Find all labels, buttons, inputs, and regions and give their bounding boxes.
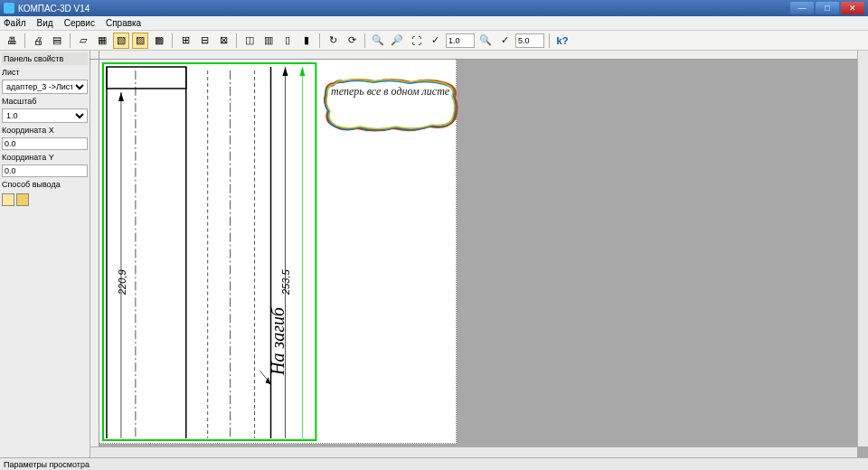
- output-label: Способ вывода: [2, 179, 88, 190]
- rotate-icon-2[interactable]: ⟳: [344, 33, 360, 49]
- scale-select[interactable]: 1.0: [2, 108, 88, 123]
- titlebar: КОМПАС-3D V14 — □ ✕: [0, 0, 868, 16]
- grid-icon-3[interactable]: ⊠: [215, 33, 231, 49]
- printer-icon[interactable]: 🖨: [30, 33, 46, 49]
- zoom-input-1[interactable]: [446, 33, 475, 48]
- zoom-out-icon[interactable]: 🔎: [389, 33, 405, 49]
- close-button[interactable]: ✕: [841, 2, 864, 14]
- layout-icon-1[interactable]: ◫: [241, 33, 258, 49]
- bottom-tabs: Параметры просмотра: [0, 457, 868, 470]
- properties-panel: Панель свойств Лист адаптер_3 ->Лист 1 М…: [0, 51, 90, 457]
- canvas-area: 220,9 253,5 На загиб теперь все в одном …: [90, 51, 868, 457]
- zoom-input-2[interactable]: [515, 33, 544, 48]
- grid-icon-1[interactable]: ⊞: [177, 33, 193, 49]
- svg-rect-0: [103, 63, 316, 440]
- horizontal-scrollbar[interactable]: [90, 446, 857, 457]
- coordy-label: Координата Y: [2, 152, 88, 163]
- layout-icon-3[interactable]: ▯: [279, 33, 296, 49]
- menu-service[interactable]: Сервис: [64, 18, 95, 28]
- drawing-sheet[interactable]: 220,9 253,5 На загиб теперь все в одном …: [99, 60, 457, 444]
- coordy-input[interactable]: [2, 164, 88, 177]
- ruler-horizontal: [99, 51, 857, 60]
- menu-file[interactable]: Файл: [4, 18, 26, 28]
- drawing-label: На загиб: [268, 307, 288, 375]
- zoom-icon-2[interactable]: 🔍: [477, 33, 494, 49]
- grid-icon-2[interactable]: ⊟: [196, 33, 212, 49]
- menu-view[interactable]: Вид: [37, 18, 53, 28]
- tool-icon-4[interactable]: ▨: [132, 33, 148, 49]
- svg-rect-1: [107, 67, 186, 89]
- rotate-icon-1[interactable]: ↻: [325, 33, 341, 49]
- sheet-label: Лист: [2, 67, 88, 78]
- zoom-in-icon[interactable]: 🔍: [370, 33, 386, 49]
- output-mode-icon-2[interactable]: [16, 193, 29, 206]
- svg-marker-14: [299, 67, 305, 76]
- tool-icon-2[interactable]: ▦: [94, 33, 110, 49]
- tool-icon-3[interactable]: ▧: [113, 33, 129, 49]
- output-mode-icon-1[interactable]: [2, 193, 14, 206]
- coordx-label: Координата X: [2, 125, 88, 136]
- zoom-fit-icon[interactable]: ⛶: [408, 33, 424, 49]
- zoom-check-icon-2[interactable]: ✓: [496, 33, 513, 49]
- ruler-vertical: [90, 60, 99, 446]
- svg-marker-10: [118, 92, 124, 101]
- tab-view-params[interactable]: Параметры просмотра: [4, 460, 90, 469]
- panel-title: Панель свойств: [2, 52, 88, 65]
- menubar: Файл Вид Сервис Справка: [0, 16, 868, 31]
- svg-marker-12: [282, 67, 288, 76]
- layout-icon-2[interactable]: ▥: [260, 33, 277, 49]
- help-icon[interactable]: k?: [554, 33, 571, 49]
- vertical-scrollbar[interactable]: [857, 51, 868, 446]
- app-title: КОМПАС-3D V14: [18, 4, 790, 14]
- annotation-text: теперь все в одном листе: [331, 85, 449, 98]
- layout-icon-4[interactable]: ▮: [298, 33, 315, 49]
- dimension-text-1: 220,9: [117, 269, 127, 295]
- dimension-text-2: 253,5: [280, 269, 291, 295]
- tool-icon-5[interactable]: ▩: [151, 33, 167, 49]
- maximize-button[interactable]: □: [816, 2, 839, 14]
- minimize-button[interactable]: —: [790, 2, 814, 14]
- coordx-input[interactable]: [2, 137, 88, 150]
- sheet-select[interactable]: адаптер_3 ->Лист 1: [2, 80, 88, 94]
- print-icon[interactable]: 🖶: [4, 33, 20, 49]
- scale-label: Масштаб: [2, 96, 88, 107]
- tool-icon-1[interactable]: ▱: [75, 33, 91, 49]
- toolbar: 🖶 🖨 ▤ ▱ ▦ ▧ ▨ ▩ ⊞ ⊟ ⊠ ◫ ▥ ▯ ▮ ↻ ⟳ 🔍 🔎 ⛶ …: [0, 31, 868, 51]
- zoom-check-icon[interactable]: ✓: [427, 33, 443, 49]
- menu-help[interactable]: Справка: [106, 18, 141, 28]
- app-icon: [4, 3, 14, 14]
- doc-icon[interactable]: ▤: [49, 33, 65, 49]
